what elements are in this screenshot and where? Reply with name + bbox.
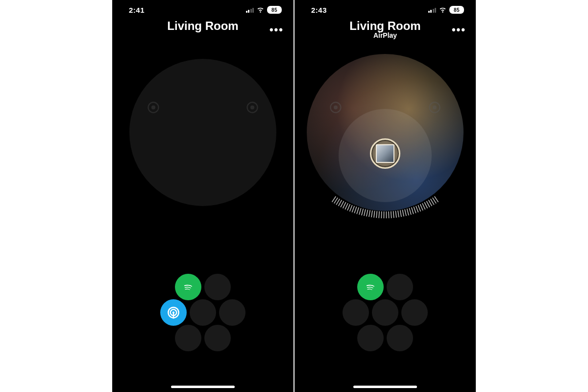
svg-line-33 [391,211,392,218]
page-title: Living Room [294,20,476,32]
room-orb [129,59,276,206]
home-indicator[interactable] [171,386,235,388]
source-slot[interactable] [204,274,231,300]
svg-line-29 [400,210,401,217]
svg-line-43 [367,210,368,217]
svg-line-50 [350,205,352,211]
svg-line-24 [412,208,414,214]
status-time: 2:43 [311,6,327,14]
wifi-icon [439,5,447,15]
svg-line-41 [371,210,372,217]
source-cluster [321,274,449,377]
status-time: 2:41 [129,6,145,14]
source-slot[interactable] [175,325,201,351]
svg-line-46 [359,208,361,214]
wifi-icon [256,5,265,15]
svg-line-25 [409,208,411,214]
phone-screenshot-right: 2:43 85 Living Room AirPlay ••• [294,0,476,392]
source-slot[interactable] [387,325,413,351]
svg-line-20 [420,204,423,210]
svg-line-53 [343,202,346,209]
header: Living Room AirPlay [294,20,476,40]
home-indicator[interactable] [353,386,417,388]
page-title: Living Room [112,20,294,32]
svg-line-48 [354,207,357,213]
source-slot[interactable] [357,325,384,351]
more-button[interactable]: ••• [452,25,466,35]
svg-line-47 [357,208,359,214]
source-airplay[interactable] [160,299,187,326]
source-slot[interactable] [343,299,369,326]
speaker-right-icon [245,101,259,114]
svg-line-19 [422,203,425,209]
more-button[interactable]: ••• [270,25,284,35]
svg-point-3 [250,105,254,109]
source-slot[interactable] [204,325,231,351]
cellular-icon [428,7,437,13]
svg-line-34 [389,211,389,218]
status-right: 85 [428,5,465,15]
svg-line-17 [426,201,430,207]
comparison-stage: 2:41 85 Living Room ••• [0,0,588,392]
battery-icon: 85 [267,6,282,14]
speaker-left-icon [329,101,343,114]
room-visualizer[interactable] [294,44,476,221]
svg-line-22 [416,206,418,212]
svg-line-52 [345,203,348,209]
header: Living Room [112,20,294,32]
svg-line-21 [418,205,420,211]
status-bar: 2:41 85 [112,0,294,20]
source-slot[interactable] [219,299,245,326]
page-subtitle: AirPlay [294,32,476,39]
svg-point-12 [433,105,437,109]
svg-line-32 [393,211,394,218]
svg-line-42 [369,210,370,217]
svg-line-49 [352,206,354,212]
album-art-icon [376,144,394,163]
svg-line-31 [395,211,396,218]
svg-line-51 [347,204,350,210]
svg-line-40 [374,211,375,218]
cellular-icon [246,7,254,13]
battery-icon: 85 [449,6,464,14]
svg-point-10 [334,105,338,109]
phone-screenshot-left: 2:41 85 Living Room ••• [112,0,294,392]
svg-line-27 [405,209,406,216]
svg-line-23 [414,207,416,213]
svg-line-45 [362,209,363,216]
now-playing-art[interactable] [370,138,400,169]
svg-line-30 [398,210,399,217]
source-spotify[interactable] [357,274,384,300]
source-slot[interactable] [372,299,398,326]
svg-line-28 [402,210,404,217]
source-cluster [139,274,267,377]
svg-line-38 [379,211,379,218]
status-bar: 2:43 85 [294,0,476,20]
svg-line-39 [376,211,377,218]
source-slot[interactable] [387,274,413,300]
status-right: 85 [246,5,282,15]
speaker-right-icon [428,101,441,114]
source-slot[interactable] [401,299,428,326]
svg-line-37 [381,211,382,218]
svg-line-54 [341,201,344,207]
svg-point-1 [151,105,155,109]
svg-line-18 [424,202,427,209]
volume-arc[interactable] [307,182,464,241]
source-spotify[interactable] [175,274,201,300]
speaker-left-icon [147,101,160,114]
source-slot[interactable] [190,299,216,326]
room-visualizer[interactable] [112,44,294,221]
svg-line-26 [407,209,409,216]
svg-line-44 [364,209,366,216]
